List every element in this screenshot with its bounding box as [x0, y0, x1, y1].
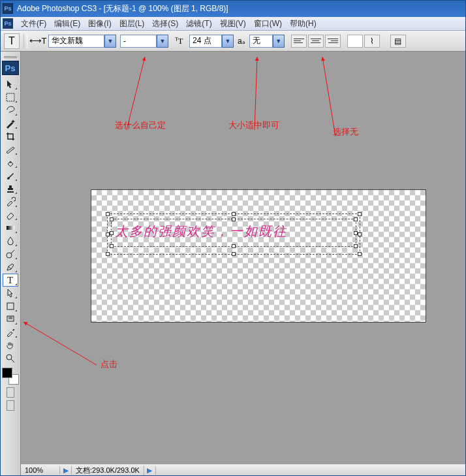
svg-rect-0	[7, 93, 14, 101]
svg-rect-3	[7, 303, 14, 309]
document-canvas[interactable]: 太多的强颜欢笑，一如既往	[91, 190, 426, 322]
doc-info: 文档:293.0K/293.0K	[72, 466, 144, 475]
dodge-tool[interactable]	[3, 247, 18, 261]
annotation-font: 选什么自己定	[115, 119, 166, 131]
slice-tool[interactable]	[3, 143, 18, 156]
stamp-tool[interactable]	[3, 182, 18, 195]
align-right-button[interactable]	[325, 35, 341, 48]
svg-line-8	[322, 57, 335, 136]
font-style-dropdown[interactable]: ▼	[120, 35, 168, 48]
annotation-aa: 选择无	[333, 126, 358, 138]
aa-input[interactable]	[249, 35, 273, 48]
notes-tool[interactable]	[3, 313, 18, 326]
color-swatch[interactable]	[2, 368, 19, 385]
font-size-dropdown[interactable]: ▼	[189, 35, 234, 48]
menu-filter[interactable]: 滤镜(T)	[183, 17, 214, 31]
toolbox-grip[interactable]	[1, 54, 20, 59]
move-tool[interactable]	[3, 78, 18, 91]
menu-layer[interactable]: 图层(L)	[117, 17, 148, 31]
menu-file[interactable]: 文件(F)	[18, 17, 49, 31]
ps-logo: Ps	[2, 61, 19, 75]
menu-edit[interactable]: 编辑(E)	[52, 17, 83, 31]
warp-text-button[interactable]: ⌇	[364, 35, 380, 48]
ps-icon: Ps	[3, 18, 13, 29]
screen-row	[7, 400, 14, 411]
color-warp-group: ⌇	[347, 35, 380, 48]
doc-info-expand-icon[interactable]: ▶	[60, 466, 72, 475]
svg-rect-1	[7, 226, 14, 230]
zoom-tool[interactable]	[3, 352, 18, 365]
brush-tool[interactable]	[3, 169, 18, 182]
chevron-down-icon[interactable]: ▼	[273, 35, 285, 48]
font-family-input[interactable]	[48, 35, 104, 48]
font-family-dropdown[interactable]: ▼	[48, 35, 116, 48]
eyedropper-tool[interactable]	[3, 326, 18, 339]
blur-tool[interactable]	[3, 234, 18, 247]
foreground-color[interactable]	[2, 368, 12, 378]
canvas-area[interactable]: 太多的强颜欢笑，一如既往 选什么自己定 大小适中即可 选	[21, 52, 466, 476]
toolbox: Ps T	[0, 52, 21, 476]
font-style-input[interactable]	[120, 35, 157, 48]
svg-point-2	[7, 253, 12, 258]
statusbar: 100% ▶ 文档:293.0K/293.0K ▶	[21, 464, 466, 476]
separator	[23, 34, 27, 48]
menubar: Ps 文件(F) 编辑(E) 图像(I) 图层(L) 选择(S) 滤镜(T) 视…	[0, 17, 466, 31]
text-layer[interactable]: 太多的强颜欢笑，一如既往	[115, 223, 287, 240]
options-bar: T ⟷T ▼ ▼ ᵀT ▼ aₐ ▼ ⌇ ▤	[0, 31, 466, 52]
eraser-tool[interactable]	[3, 208, 18, 221]
menu-window[interactable]: 窗口(W)	[251, 17, 285, 31]
crop-tool[interactable]	[3, 130, 18, 143]
text-color-button[interactable]	[347, 35, 363, 48]
window-title: Adobe Photoshop CS3 - [无标题-1 @ 100% (图层 …	[17, 3, 228, 14]
font-size-input[interactable]	[189, 35, 222, 48]
svg-point-5	[7, 355, 12, 360]
gradient-tool[interactable]	[3, 221, 18, 234]
align-group	[291, 35, 341, 48]
screen-mode-button[interactable]	[7, 400, 14, 411]
doc-info-menu-icon[interactable]: ▶	[144, 466, 156, 475]
menu-select[interactable]: 选择(S)	[149, 17, 181, 31]
align-left-button[interactable]	[291, 35, 307, 48]
standard-mode-button[interactable]	[7, 387, 14, 398]
hand-tool[interactable]	[3, 339, 18, 352]
palettes-button[interactable]: ▤	[390, 35, 406, 48]
history-brush-tool[interactable]	[3, 195, 18, 208]
app-icon: Ps	[3, 3, 13, 14]
annotation-size: 大小适中即可	[228, 119, 279, 131]
wand-tool[interactable]	[3, 117, 18, 130]
lasso-tool[interactable]	[3, 104, 18, 117]
aa-dropdown[interactable]: ▼	[249, 35, 285, 48]
transform-bbox-outer[interactable]	[107, 214, 360, 255]
align-center-button[interactable]	[308, 35, 324, 48]
menu-help[interactable]: 帮助(H)	[287, 17, 319, 31]
workspace: Ps T 太	[0, 52, 466, 476]
tool-preset[interactable]: T	[4, 33, 20, 49]
svg-line-9	[23, 322, 97, 365]
chevron-down-icon[interactable]: ▼	[222, 35, 234, 48]
zoom-field[interactable]: 100%	[21, 466, 60, 474]
orientation-icon[interactable]: ⟷T	[31, 35, 44, 48]
annotation-click: 点击	[101, 358, 117, 370]
path-select-tool[interactable]	[3, 287, 18, 300]
shape-tool[interactable]	[3, 300, 18, 313]
chevron-down-icon[interactable]: ▼	[104, 35, 116, 48]
mode-row	[7, 387, 14, 398]
chevron-down-icon[interactable]: ▼	[157, 35, 168, 48]
size-icon: ᵀT	[172, 35, 185, 48]
menu-image[interactable]: 图像(I)	[85, 17, 114, 31]
marquee-tool[interactable]	[3, 91, 18, 104]
type-tool[interactable]: T	[3, 274, 18, 287]
aa-label: aₐ	[238, 37, 245, 46]
heal-tool[interactable]	[3, 156, 18, 169]
pen-tool[interactable]	[3, 261, 18, 274]
titlebar: Ps Adobe Photoshop CS3 - [无标题-1 @ 100% (…	[0, 0, 466, 17]
menu-view[interactable]: 视图(V)	[217, 17, 249, 31]
